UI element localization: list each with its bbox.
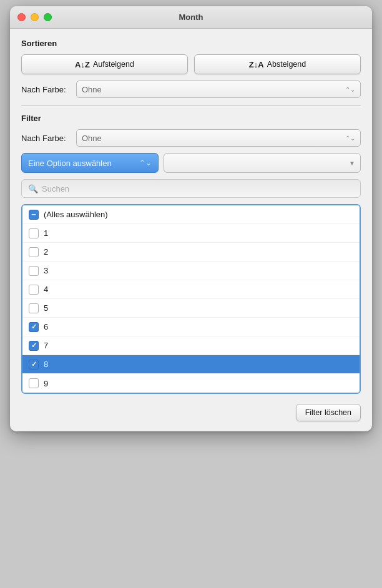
item-label-8: 8: [44, 360, 48, 369]
ascending-label: Aufsteigend: [93, 60, 134, 69]
ascending-button[interactable]: A↓Z Aufsteigend: [21, 54, 188, 74]
close-button[interactable]: [17, 13, 26, 21]
search-bar[interactable]: 🔍 Suchen: [21, 179, 361, 198]
checkbox-1[interactable]: [29, 228, 39, 238]
divider: [21, 105, 361, 106]
minimize-button[interactable]: [31, 13, 39, 21]
list-item[interactable]: 4: [22, 280, 360, 299]
item-label-7: 7: [44, 341, 48, 350]
window-title: Month: [179, 12, 203, 22]
clear-filter-button[interactable]: Filter löschen: [296, 404, 361, 421]
item-label-2: 2: [44, 247, 48, 257]
option-selector-label: Eine Option auswählen: [28, 159, 112, 168]
sort-color-value: Ohne: [82, 85, 102, 94]
checkmark-icon: ✓: [31, 323, 37, 330]
maximize-button[interactable]: [44, 13, 52, 21]
filter-color-chevron: ⌃⌄: [345, 135, 355, 142]
descending-label: Absteigend: [267, 60, 306, 69]
item-label-5: 5: [44, 303, 48, 313]
descending-button[interactable]: Z↓A Absteigend: [194, 54, 361, 74]
item-label-3: 3: [44, 266, 48, 275]
checkbox-8[interactable]: ✓: [29, 360, 39, 370]
filter-color-label: Nach Farbe:: [21, 134, 71, 143]
search-icon: 🔍: [28, 184, 38, 194]
sort-color-row: Nach Farbe: Ohne ⌃⌄: [21, 81, 361, 98]
list-item[interactable]: − (Alles auswählen): [22, 205, 360, 224]
sort-color-chevron: ⌃⌄: [345, 86, 355, 93]
sort-color-dropdown[interactable]: Ohne ⌃⌄: [76, 81, 361, 98]
option-selector-dropdown[interactable]: Eine Option auswählen ⌃⌄: [21, 153, 159, 173]
filter-color-row: Nach Farbe: Ohne ⌃⌄: [21, 129, 361, 147]
filter-section-label: Filter: [21, 114, 361, 123]
titlebar: Month: [10, 6, 372, 29]
item-label-alles: (Alles auswählen): [44, 210, 108, 219]
value-arrow-icon: ▼: [349, 160, 355, 167]
sort-section-label: Sortieren: [21, 39, 361, 48]
list-item[interactable]: ✓ 7: [22, 336, 360, 355]
filter-color-dropdown[interactable]: Ohne ⌃⌄: [76, 129, 361, 147]
checkbox-3[interactable]: [29, 266, 39, 276]
filter-color-value: Ohne: [82, 134, 102, 143]
window-controls: [17, 13, 52, 21]
checkbox-4[interactable]: [29, 285, 39, 295]
sort-buttons-row: A↓Z Aufsteigend Z↓A Absteigend: [21, 54, 361, 74]
item-label-4: 4: [44, 285, 48, 294]
checkbox-7[interactable]: ✓: [29, 341, 39, 351]
option-chevron-icon: ⌃⌄: [139, 159, 152, 167]
filter-window: Month Sortieren A↓Z Aufsteigend Z↓A Abst…: [10, 6, 372, 431]
checkbox-5[interactable]: [29, 303, 39, 313]
checkbox-9[interactable]: [29, 378, 39, 388]
list-item[interactable]: 1: [22, 224, 360, 243]
descending-icon: Z↓A: [249, 60, 264, 69]
item-label-1: 1: [44, 228, 48, 238]
list-item[interactable]: 9: [22, 374, 360, 393]
checkbox-list: − (Alles auswählen) 1 2 3 4: [21, 204, 361, 394]
checkbox-alles[interactable]: −: [29, 210, 39, 220]
list-item[interactable]: 2: [22, 243, 360, 262]
item-label-6: 6: [44, 322, 48, 331]
checkmark-icon: ✓: [31, 361, 37, 368]
filter-option-row: Eine Option auswählen ⌃⌄ ▼: [21, 153, 361, 173]
list-item[interactable]: ✓ 8: [22, 355, 360, 374]
minus-icon: −: [31, 210, 36, 218]
list-item[interactable]: ✓ 6: [22, 318, 360, 336]
window-content: Sortieren A↓Z Aufsteigend Z↓A Absteigend…: [10, 29, 372, 431]
value-selector-dropdown[interactable]: ▼: [164, 153, 361, 173]
list-item[interactable]: 3: [22, 262, 360, 280]
ascending-icon: A↓Z: [75, 60, 90, 69]
search-placeholder: Suchen: [42, 184, 69, 194]
footer: Filter löschen: [21, 401, 361, 423]
sort-color-label: Nach Farbe:: [21, 85, 71, 94]
item-label-9: 9: [44, 379, 48, 388]
checkbox-2[interactable]: [29, 247, 39, 257]
list-item[interactable]: 5: [22, 299, 360, 318]
checkmark-icon: ✓: [31, 342, 37, 349]
checkbox-6[interactable]: ✓: [29, 322, 39, 332]
